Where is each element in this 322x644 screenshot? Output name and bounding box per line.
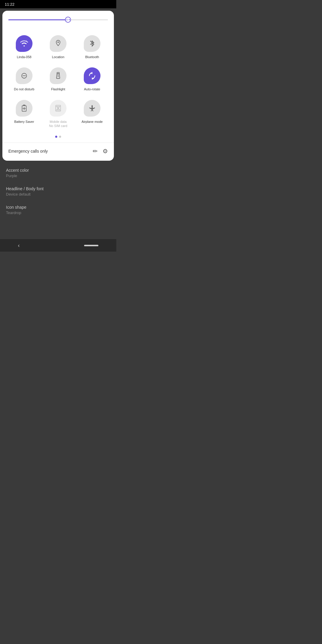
svg-point-9 bbox=[58, 41, 59, 43]
nav-bar: ‹ bbox=[0, 239, 116, 252]
tile-battery-saver-label: Battery Saver bbox=[14, 120, 34, 124]
divider bbox=[2, 143, 114, 143]
status-bar: 11:22 bbox=[0, 0, 116, 8]
edit-icon[interactable]: ✏ bbox=[93, 148, 98, 155]
brightness-slider[interactable] bbox=[8, 17, 108, 23]
tile-wifi[interactable]: ↕ Linda-058 bbox=[7, 31, 41, 63]
bottom-bar: Emergency calls only ✏ ⚙ bbox=[7, 146, 109, 156]
tile-mobile-data[interactable]: Mobile data No SIM card bbox=[41, 96, 75, 132]
tile-airplane[interactable]: Airplane mode bbox=[75, 96, 109, 132]
settings-background: Accent color Purple Headline / Body font… bbox=[0, 161, 116, 230]
pagination-dot-1[interactable] bbox=[55, 136, 57, 138]
pagination bbox=[7, 136, 109, 138]
tiles-grid: ↕ Linda-058 Location Bluetooth bbox=[7, 31, 109, 132]
bluetooth-icon bbox=[84, 35, 100, 52]
tile-mobile-data-label2: No SIM card bbox=[49, 124, 67, 128]
brightness-row[interactable] bbox=[7, 17, 109, 23]
wifi-icon: ↕ bbox=[16, 35, 32, 52]
tile-flashlight-label: Flashlight bbox=[51, 87, 65, 91]
tile-wifi-label: Linda-058 bbox=[17, 55, 32, 59]
emergency-text: Emergency calls only bbox=[8, 149, 48, 154]
svg-point-0 bbox=[66, 19, 68, 20]
quick-settings-panel: ↕ Linda-058 Location Bluetooth bbox=[2, 11, 114, 161]
settings-item-accent[interactable]: Accent color Purple bbox=[6, 168, 110, 178]
font-subtitle: Device default bbox=[6, 192, 110, 196]
tile-location[interactable]: Location bbox=[41, 31, 75, 63]
battery-saver-icon bbox=[16, 100, 32, 117]
tile-mobile-data-label1: Mobile data bbox=[50, 120, 67, 124]
autorotate-icon bbox=[84, 67, 100, 84]
svg-line-7 bbox=[66, 20, 66, 21]
font-title: Headline / Body font bbox=[6, 186, 110, 191]
tile-flashlight[interactable]: Flashlight bbox=[41, 63, 75, 95]
accent-color-title: Accent color bbox=[6, 168, 110, 173]
mobile-data-icon bbox=[50, 100, 66, 117]
svg-line-4 bbox=[68, 20, 68, 21]
bottom-icons: ✏ ⚙ bbox=[93, 148, 108, 155]
airplane-icon bbox=[84, 100, 100, 117]
settings-item-icon-shape[interactable]: Icon shape Teardrop bbox=[6, 205, 110, 215]
tile-airplane-label: Airplane mode bbox=[82, 120, 103, 124]
settings-item-font[interactable]: Headline / Body font Device default bbox=[6, 186, 110, 196]
tile-autorotate-label: Auto-rotate bbox=[84, 87, 100, 91]
dnd-icon bbox=[16, 67, 32, 84]
pagination-dot-2[interactable] bbox=[59, 136, 61, 138]
settings-icon[interactable]: ⚙ bbox=[103, 148, 108, 155]
svg-line-8 bbox=[68, 19, 68, 19]
tile-dnd[interactable]: Do not disturb bbox=[7, 63, 41, 95]
brightness-thumb[interactable] bbox=[65, 17, 71, 23]
icon-shape-subtitle: Teardrop bbox=[6, 210, 110, 215]
svg-line-3 bbox=[66, 19, 66, 19]
back-button[interactable]: ‹ bbox=[18, 242, 20, 249]
accent-color-subtitle: Purple bbox=[6, 174, 110, 178]
brightness-track bbox=[8, 19, 108, 20]
brightness-fill bbox=[8, 19, 68, 20]
icon-shape-title: Icon shape bbox=[6, 205, 110, 210]
tile-battery-saver[interactable]: Battery Saver bbox=[7, 96, 41, 132]
tile-bluetooth-label: Bluetooth bbox=[85, 55, 99, 59]
tile-location-label: Location bbox=[52, 55, 64, 59]
tile-dnd-label: Do not disturb bbox=[14, 87, 34, 91]
location-icon bbox=[50, 35, 66, 52]
status-time: 11:22 bbox=[5, 2, 15, 7]
tile-autorotate[interactable]: Auto-rotate bbox=[75, 63, 109, 95]
flashlight-icon bbox=[50, 67, 66, 84]
home-button[interactable] bbox=[84, 245, 98, 246]
tile-bluetooth[interactable]: Bluetooth bbox=[75, 31, 109, 63]
